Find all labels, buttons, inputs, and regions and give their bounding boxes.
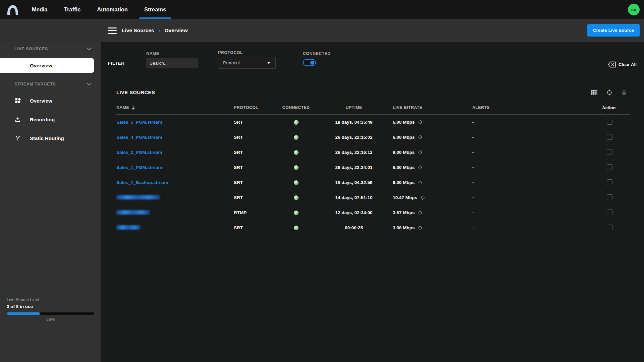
top-nav: Media Traffic Automation Streams su — [0, 0, 644, 19]
column-header-name[interactable]: NAME — [116, 105, 234, 110]
breadcrumb-section[interactable]: Live Sources — [122, 27, 154, 34]
name-cell — [116, 225, 234, 231]
stream-name-redacted[interactable] — [116, 195, 160, 199]
row-select-checkbox[interactable] — [607, 209, 612, 215]
limit-progress-fill — [7, 312, 40, 315]
stream-name-link[interactable]: Sales_5_PGM.stream — [116, 120, 162, 125]
refresh-bitrate-icon[interactable] — [418, 120, 423, 125]
create-live-source-button[interactable]: Create Live Source — [587, 24, 640, 37]
breadcrumb-page[interactable]: Overview — [165, 27, 188, 34]
uptime-cell: 12 days, 02:34:00 — [319, 210, 389, 215]
row-select-checkbox[interactable] — [607, 164, 612, 170]
refresh-bitrate-icon[interactable] — [418, 150, 423, 155]
row-select-checkbox[interactable] — [607, 119, 612, 125]
row-select-checkbox[interactable] — [607, 194, 612, 200]
stream-name-link[interactable]: Sales_3_PGM.stream — [116, 150, 162, 155]
bitrate-cell: 6.00 Mbps — [389, 135, 470, 140]
sidebar-item-live-sources-overview[interactable]: Overview — [0, 58, 94, 73]
table-row: SRT 14 days, 07:51:10 10.47 Mbps - — [116, 190, 630, 205]
caret-down-icon — [267, 62, 271, 64]
live-sources-rows: Sales_5_PGM.stream SRT 18 days, 04:35:49… — [116, 115, 630, 235]
column-header-alerts[interactable]: ALERTS — [470, 105, 600, 110]
connected-status-dot — [294, 165, 299, 170]
page-header: Live Sources Overview Create Live Source — [0, 19, 644, 42]
row-select-checkbox[interactable] — [607, 134, 612, 140]
bitrate-value: 10.47 Mbps — [393, 195, 417, 200]
name-search-input[interactable] — [146, 58, 198, 68]
sidebar-section-stream-targets[interactable]: STREAM TARGETS — [0, 77, 101, 91]
connected-cell — [273, 195, 319, 200]
menu-toggle-icon[interactable] — [108, 27, 117, 34]
column-header-protocol[interactable]: PROTOCOL — [234, 105, 273, 110]
delete-selected-icon[interactable] — [621, 89, 627, 96]
bitrate-cell: 3.57 Mbps — [389, 210, 470, 215]
refresh-bitrate-icon[interactable] — [418, 165, 423, 170]
refresh-bitrate-icon[interactable] — [418, 135, 423, 140]
name-cell: Sales_4_PGM.stream — [116, 135, 234, 140]
sidebar: LIVE SOURCES Overview STREAM TARGETS — [0, 42, 101, 362]
table-row: Sales_1_Backup.stream SRT 18 days, 04:32… — [116, 175, 630, 190]
table-row: Sales_1_PGM.stream SRT 26 days, 22:24:01… — [116, 160, 630, 175]
nav-item-streams[interactable]: Streams — [139, 0, 172, 19]
stream-name-redacted[interactable] — [116, 210, 150, 215]
name-cell: Sales_1_PGM.stream — [116, 165, 234, 170]
row-select-checkbox[interactable] — [607, 149, 612, 155]
connected-status-dot — [294, 135, 299, 140]
uptime-cell: 14 days, 07:51:10 — [319, 195, 389, 200]
refresh-bitrate-icon[interactable] — [418, 210, 423, 215]
table-columns-icon[interactable] — [591, 89, 598, 96]
bitrate-cell: 9.00 Mbps — [389, 150, 470, 155]
brand-logo-icon[interactable] — [5, 3, 20, 16]
nav-item-media[interactable]: Media — [26, 0, 53, 19]
connected-cell — [273, 210, 319, 215]
sidebar-item-targets-overview[interactable]: Overview — [0, 93, 101, 109]
refresh-bitrate-icon[interactable] — [418, 180, 423, 185]
refresh-table-icon[interactable] — [606, 89, 613, 96]
clear-all-label: Clear All — [619, 62, 637, 67]
uptime-cell: 00:00:25 — [319, 225, 389, 230]
row-select-checkbox[interactable] — [607, 179, 612, 185]
dashboard-icon — [14, 97, 21, 104]
protocol-cell: SRT — [234, 165, 273, 170]
sidebar-item-label: Overview — [30, 98, 52, 104]
row-select-checkbox[interactable] — [607, 225, 612, 230]
column-header-live-bitrate[interactable]: LIVE BITRATE — [389, 105, 470, 110]
name-cell: Sales_5_PGM.stream — [116, 120, 234, 125]
chevron-down-icon — [87, 83, 92, 85]
connected-cell — [273, 165, 319, 170]
uptime-cell: 26 days, 22:16:12 — [319, 150, 389, 155]
stream-name-link[interactable]: Sales_1_PGM.stream — [116, 165, 162, 170]
refresh-bitrate-icon[interactable] — [420, 195, 425, 200]
protocol-dropdown-value: Protocol — [223, 60, 240, 65]
column-header-connected[interactable]: CONNECTED — [273, 105, 319, 110]
stream-name-redacted[interactable] — [116, 225, 141, 230]
alerts-cell: - — [470, 195, 600, 200]
action-cell — [600, 179, 630, 186]
sidebar-item-recording[interactable]: Recording — [0, 111, 101, 127]
stream-name-link[interactable]: Sales_1_Backup.stream — [116, 180, 168, 185]
nav-item-automation[interactable]: Automation — [91, 0, 133, 19]
protocol-cell: SRT — [234, 195, 273, 200]
sidebar-section-live-sources[interactable]: LIVE SOURCES — [0, 42, 101, 56]
limit-progress-track — [7, 312, 94, 315]
table-row: Sales_3_PGM.stream SRT 26 days, 22:16:12… — [116, 145, 630, 160]
bitrate-value: 3.57 Mbps — [393, 210, 415, 215]
bitrate-cell: 10.47 Mbps — [389, 195, 470, 200]
connected-status-dot — [294, 210, 299, 215]
clear-all-filters-button[interactable]: Clear All — [608, 61, 637, 68]
limit-percent-label: 38% — [7, 317, 94, 322]
protocol-cell: SRT — [234, 225, 273, 230]
stream-name-link[interactable]: Sales_4_PGM.stream — [116, 135, 162, 140]
nav-item-traffic[interactable]: Traffic — [58, 0, 87, 19]
protocol-dropdown[interactable]: Protocol — [218, 57, 276, 69]
uptime-cell: 18 days, 04:35:49 — [319, 120, 389, 125]
connected-toggle[interactable] — [303, 59, 316, 66]
main-content: FILTER NAME PROTOCOL Protocol CONNECTED … — [101, 42, 644, 362]
bitrate-cell: 3.98 Mbps — [389, 225, 470, 230]
user-avatar[interactable]: su — [628, 4, 640, 15]
refresh-bitrate-icon[interactable] — [418, 225, 423, 230]
table-header-row: NAME PROTOCOL CONNECTED UPTIME LIVE BITR… — [116, 101, 630, 115]
protocol-filter-label: PROTOCOL — [218, 50, 243, 55]
sidebar-item-static-routing[interactable]: Static Routing — [0, 130, 101, 146]
column-header-uptime[interactable]: UPTIME — [319, 105, 389, 110]
